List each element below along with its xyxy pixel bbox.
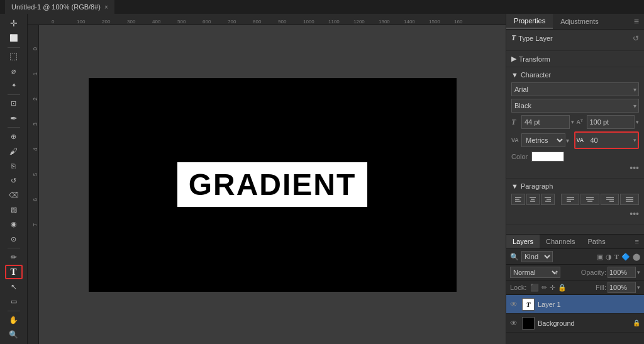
- toolbar-separator-3: [8, 127, 20, 128]
- hand-tool[interactable]: ✋: [5, 313, 23, 327]
- close-tab-button[interactable]: ×: [104, 4, 108, 11]
- layer1-visibility-icon[interactable]: 👁: [510, 300, 519, 309]
- move-tool[interactable]: ✛: [5, 16, 23, 30]
- lock-artboards-icon[interactable]: ✛: [550, 284, 555, 292]
- kerning-dropdown-icon[interactable]: ▾: [633, 137, 636, 143]
- character-more-options[interactable]: •••: [511, 162, 639, 174]
- layers-kind-select[interactable]: Kind: [521, 251, 553, 262]
- font-size-icon: T: [511, 118, 520, 127]
- tab-layers[interactable]: Layers: [506, 235, 540, 248]
- scale-dropdown-icon[interactable]: ▾: [636, 119, 639, 125]
- layers-panel: Layers Channels Paths ≡ 🔍 Kind ▣ ◑ T 🔷 ⬤: [506, 234, 644, 344]
- main-layout: ✛ ⬜ ⬚ ⌀ ✦ ⊡ ✒ ⊕ 🖌 ⎘ ↺ ⌫ ▨ ◉ ⊙ ✏ T ↖ ▭ ✋ …: [0, 14, 644, 344]
- document-tab[interactable]: Untitled-1 @ 100% (RGB/8#) ×: [5, 0, 114, 14]
- layers-search-icon: 🔍: [510, 253, 519, 261]
- healing-brush-tool[interactable]: ⊕: [5, 130, 23, 143]
- blur-tool[interactable]: ◉: [5, 218, 23, 231]
- justify-center-btn[interactable]: [580, 194, 599, 205]
- blend-mode-select[interactable]: Normal: [510, 267, 560, 278]
- font-style-select[interactable]: Black: [511, 99, 639, 113]
- layers-menu-icon[interactable]: ≡: [630, 235, 644, 248]
- eyedropper-tool[interactable]: ✒: [5, 111, 23, 125]
- justify-all-btn[interactable]: [620, 194, 639, 205]
- type-tool[interactable]: T: [5, 265, 23, 279]
- tab-channels[interactable]: Channels: [540, 235, 581, 248]
- lock-all-icon[interactable]: 🔒: [558, 284, 567, 292]
- align-center-btn[interactable]: [526, 194, 540, 205]
- font-family-select[interactable]: Arial: [511, 82, 639, 96]
- history-brush-tool[interactable]: ↺: [5, 174, 23, 187]
- lock-position-icon[interactable]: ✏: [541, 284, 547, 292]
- opacity-input[interactable]: [608, 267, 636, 278]
- lock-label: Lock:: [510, 284, 526, 291]
- lock-pixels-icon[interactable]: ⬛: [530, 284, 539, 292]
- dodge-tool[interactable]: ⊙: [5, 232, 23, 246]
- background-thumbnail: [522, 317, 535, 330]
- fill-row: Fill: ▾: [596, 282, 640, 293]
- canvas-document: GRADIENT: [89, 78, 457, 292]
- type-layer-label: Type Layer: [518, 35, 552, 42]
- layer-item-layer1[interactable]: 👁 T Layer 1: [506, 295, 644, 314]
- background-visibility-icon[interactable]: 👁: [510, 319, 519, 328]
- font-size-dropdown-icon[interactable]: ▾: [571, 119, 574, 125]
- properties-menu-icon[interactable]: ≡: [629, 14, 644, 29]
- tracking-select[interactable]: Metrics: [521, 133, 565, 147]
- character-section: ▼ Character Arial Black: [506, 67, 644, 179]
- scale-input[interactable]: [587, 115, 635, 129]
- justify-left-btn[interactable]: [561, 194, 580, 205]
- layers-list: 👁 T Layer 1 👁 Background 🔒: [506, 295, 644, 344]
- filter-adjust-icon[interactable]: ◑: [606, 253, 612, 261]
- lasso-tool[interactable]: ⌀: [5, 64, 23, 78]
- shape-tool[interactable]: ▭: [5, 295, 23, 309]
- title-bar: Untitled-1 @ 100% (RGB/8#) ×: [0, 0, 644, 14]
- tracking-icon: VA: [511, 137, 520, 143]
- layer-blend-row: Normal Opacity: ▾: [506, 265, 644, 280]
- kerning-input[interactable]: [588, 133, 633, 147]
- fill-input[interactable]: [608, 282, 636, 293]
- filter-type-icon[interactable]: T: [614, 253, 619, 260]
- path-selection-tool[interactable]: ↖: [5, 280, 23, 294]
- align-right-btn[interactable]: [541, 194, 555, 205]
- zoom-tool[interactable]: 🔍: [5, 328, 23, 341]
- type-layer-header[interactable]: T Type Layer ↺: [511, 33, 639, 43]
- layer-item-background[interactable]: 👁 Background 🔒: [506, 314, 644, 333]
- transform-header[interactable]: ▶ Transform: [511, 55, 639, 63]
- paragraph-header[interactable]: ▼ Paragraph: [511, 182, 639, 190]
- filter-pixel-icon[interactable]: ▣: [597, 253, 603, 261]
- tab-adjustments[interactable]: Adjustments: [553, 14, 606, 28]
- align-left-btn[interactable]: [511, 194, 525, 205]
- canvas-with-ruler: 0 1 2 3 4 5 6 7 GRADIENT: [28, 25, 506, 344]
- clone-stamp-tool[interactable]: ⎘: [5, 159, 23, 173]
- ruler-horizontal: 0 100 200 300 400 500 600 700 800 900 10…: [28, 14, 506, 25]
- character-header[interactable]: ▼ Character: [511, 71, 639, 79]
- tab-paths[interactable]: Paths: [582, 235, 612, 248]
- font-family-row: Arial: [511, 82, 639, 96]
- tab-properties[interactable]: Properties: [506, 14, 553, 29]
- reset-icon[interactable]: ↺: [633, 34, 639, 43]
- pen-tool[interactable]: ✏: [5, 250, 23, 264]
- justify-right-btn[interactable]: [601, 194, 619, 205]
- color-swatch[interactable]: [531, 152, 564, 162]
- eraser-tool[interactable]: ⌫: [5, 188, 23, 202]
- text-layer-wrapper: GRADIENT: [177, 162, 368, 207]
- gradient-tool[interactable]: ▨: [5, 203, 23, 216]
- crop-tool[interactable]: ⊡: [5, 97, 23, 111]
- magic-wand-tool[interactable]: ✦: [5, 79, 23, 92]
- font-style-row: Black: [511, 99, 639, 113]
- transform-label: Transform: [519, 55, 550, 63]
- brush-tool[interactable]: 🖌: [5, 144, 23, 158]
- marquee-tool[interactable]: ⬚: [5, 49, 23, 63]
- type-layer-icon: T: [511, 33, 516, 43]
- character-arrow: ▼: [511, 71, 518, 79]
- filter-shape-icon[interactable]: 🔷: [621, 253, 630, 261]
- fill-dropdown-icon[interactable]: ▾: [637, 284, 640, 291]
- paragraph-arrow: ▼: [511, 182, 518, 190]
- font-size-input[interactable]: [521, 115, 570, 129]
- filter-smart-icon[interactable]: ⬤: [633, 253, 640, 261]
- opacity-dropdown-icon[interactable]: ▾: [637, 269, 640, 275]
- scale-group: Aᵀ ▾: [577, 115, 640, 129]
- lock-icons: ⬛ ✏ ✛ 🔒: [530, 284, 567, 292]
- canvas-scroll[interactable]: GRADIENT: [39, 25, 506, 344]
- artboard-tool[interactable]: ⬜: [5, 31, 23, 45]
- paragraph-more-options[interactable]: •••: [511, 208, 639, 220]
